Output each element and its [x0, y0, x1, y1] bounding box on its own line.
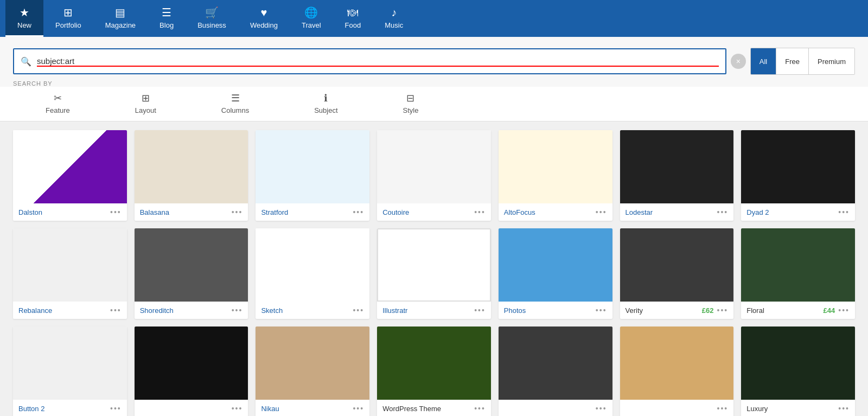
- theme-thumb-sports[interactable]: [135, 327, 248, 400]
- theme-dots-floral[interactable]: •••: [838, 306, 850, 315]
- filter-tab-subject[interactable]: ℹSubject: [282, 87, 370, 121]
- filter-tab-columns[interactable]: ☰Columns: [189, 87, 282, 121]
- theme-dots-illustratr[interactable]: •••: [474, 306, 486, 315]
- theme-thumb-sketch[interactable]: [256, 228, 369, 302]
- theme-name-coutoire[interactable]: Coutoire: [382, 208, 409, 216]
- theme-name-balasana[interactable]: Balasana: [140, 208, 169, 216]
- theme-thumb-shoreditch[interactable]: [135, 228, 248, 302]
- nav-item-wedding[interactable]: ♥Wedding: [238, 0, 290, 37]
- theme-thumb-illustratr[interactable]: [377, 228, 491, 302]
- theme-name-themeclub[interactable]: WordPress Theme: [382, 405, 441, 413]
- theme-dots-sketch[interactable]: •••: [353, 306, 364, 315]
- theme-dots-luxury[interactable]: •••: [838, 404, 850, 413]
- nav-item-blog[interactable]: ☰Blog: [148, 0, 186, 37]
- theme-thumb-nikau[interactable]: [256, 327, 369, 400]
- nav-item-magazine[interactable]: ▤Magazine: [93, 0, 148, 37]
- theme-dots-altofocus[interactable]: •••: [596, 208, 607, 216]
- theme-footer-wooden: •••: [620, 400, 734, 416]
- theme-footer-shoreditch: Shoreditch•••: [135, 302, 248, 319]
- search-input[interactable]: [37, 56, 719, 67]
- theme-footer-photos: Photos•••: [499, 302, 612, 319]
- theme-card-luxury: Luxury•••: [741, 327, 855, 416]
- theme-name-button2[interactable]: Button 2: [18, 405, 44, 413]
- theme-thumb-luxury[interactable]: [741, 327, 855, 400]
- theme-name-dyad2[interactable]: Dyad 2: [746, 208, 769, 216]
- wedding-icon: ♥: [260, 7, 267, 19]
- theme-dots-verity[interactable]: •••: [717, 306, 729, 315]
- theme-dots-balasana[interactable]: •••: [232, 208, 243, 216]
- theme-name-illustratr[interactable]: Illustratr: [382, 306, 407, 315]
- theme-thumb-inner-biz: [499, 327, 612, 400]
- theme-dots-stratford[interactable]: •••: [353, 208, 364, 216]
- theme-dots-shoreditch[interactable]: •••: [232, 306, 243, 315]
- theme-thumb-altofocus[interactable]: [499, 130, 612, 203]
- theme-thumb-themeclub[interactable]: [377, 327, 491, 400]
- theme-dots-rebalance[interactable]: •••: [110, 306, 122, 315]
- filter-tab-layout[interactable]: ⊞Layout: [103, 87, 189, 121]
- theme-footer-button2: Button 2•••: [13, 400, 127, 416]
- theme-name-dalston[interactable]: Dalston: [18, 208, 42, 216]
- filter-tab-style[interactable]: ⊟Style: [371, 87, 451, 121]
- theme-dots-coutoire[interactable]: •••: [474, 208, 486, 216]
- theme-thumb-inner-button2: [13, 327, 127, 400]
- theme-thumb-photos[interactable]: [499, 228, 612, 302]
- theme-name-verity[interactable]: Verity: [626, 306, 643, 315]
- theme-name-rebalance[interactable]: Rebalance: [18, 306, 52, 315]
- theme-thumb-button2[interactable]: [13, 327, 127, 400]
- theme-dots-biz[interactable]: •••: [596, 404, 607, 413]
- filter-all-button[interactable]: All: [751, 48, 776, 74]
- theme-dots-sports[interactable]: •••: [232, 404, 243, 413]
- nav-item-new[interactable]: ★New: [5, 0, 43, 37]
- theme-name-photos[interactable]: Photos: [504, 306, 526, 315]
- theme-thumb-balasana[interactable]: [135, 130, 248, 203]
- theme-card-floral: Floral£44•••: [741, 228, 855, 319]
- nav-item-music[interactable]: ♪Music: [373, 0, 415, 37]
- theme-name-altofocus[interactable]: AltoFocus: [504, 208, 535, 216]
- theme-dots-nikau[interactable]: •••: [353, 404, 364, 413]
- theme-name-nikau[interactable]: Nikau: [261, 405, 279, 413]
- search-area: 🔍 × All Free Premium SEARCH BY: [0, 37, 868, 87]
- theme-dots-dyad2[interactable]: •••: [838, 208, 850, 216]
- theme-name-lodestar[interactable]: Lodestar: [626, 208, 653, 216]
- theme-dots-lodestar[interactable]: •••: [717, 208, 729, 216]
- search-clear-button[interactable]: ×: [731, 54, 746, 69]
- theme-thumb-floral[interactable]: [741, 228, 855, 302]
- theme-name-shoreditch[interactable]: Shoreditch: [140, 306, 174, 315]
- theme-thumb-lodestar[interactable]: [620, 130, 734, 203]
- nav-item-travel[interactable]: 🌐Travel: [290, 0, 333, 37]
- theme-card-biz: •••: [499, 327, 612, 416]
- theme-dots-button2[interactable]: •••: [110, 404, 122, 413]
- theme-dots-themeclub[interactable]: •••: [474, 404, 486, 413]
- subject-tab-icon: ℹ: [324, 92, 328, 104]
- theme-thumb-inner-floral: [741, 228, 855, 302]
- theme-thumb-verity[interactable]: [620, 228, 734, 302]
- theme-name-luxury[interactable]: Luxury: [746, 405, 768, 413]
- theme-footer-sketch: Sketch•••: [256, 302, 369, 319]
- nav-item-business[interactable]: 🛒Business: [186, 0, 238, 37]
- theme-price-floral: £44: [824, 306, 835, 315]
- food-icon: 🍽: [347, 7, 358, 19]
- theme-thumb-coutoire[interactable]: [377, 130, 491, 203]
- nav-item-food[interactable]: 🍽Food: [333, 0, 373, 37]
- nav-label-new: New: [17, 21, 31, 29]
- theme-dots-dalston[interactable]: •••: [110, 208, 122, 216]
- theme-thumb-inner-dyad2: [741, 130, 855, 203]
- theme-name-sketch[interactable]: Sketch: [261, 306, 283, 315]
- theme-thumb-wooden[interactable]: [620, 327, 734, 400]
- search-input-wrap: 🔍: [13, 48, 726, 74]
- theme-footer-lodestar: Lodestar•••: [620, 203, 734, 221]
- theme-thumb-biz[interactable]: [499, 327, 612, 400]
- theme-name-floral[interactable]: Floral: [746, 306, 764, 315]
- theme-thumb-dyad2[interactable]: [741, 130, 855, 203]
- theme-thumb-dalston[interactable]: [13, 130, 127, 203]
- filter-free-button[interactable]: Free: [776, 48, 809, 74]
- filter-premium-button[interactable]: Premium: [809, 48, 854, 74]
- theme-dots-wooden[interactable]: •••: [717, 404, 729, 413]
- theme-thumb-rebalance[interactable]: [13, 228, 127, 302]
- theme-dots-photos[interactable]: •••: [596, 306, 607, 315]
- filter-tab-feature[interactable]: ✂Feature: [13, 87, 103, 121]
- nav-item-portfolio[interactable]: ⊞Portfolio: [43, 0, 93, 37]
- theme-name-stratford[interactable]: Stratford: [261, 208, 288, 216]
- theme-footer-floral: Floral£44•••: [741, 302, 855, 319]
- theme-thumb-stratford[interactable]: [256, 130, 369, 203]
